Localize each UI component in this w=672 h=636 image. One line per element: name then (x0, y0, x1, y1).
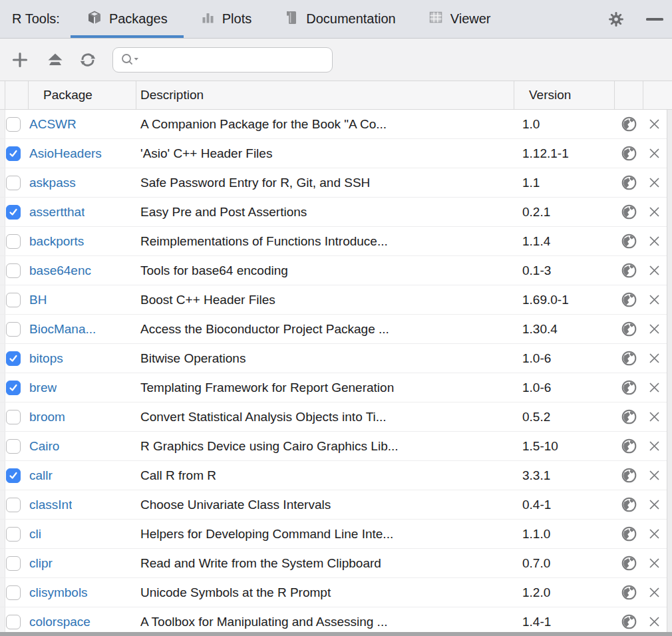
row-gutter (0, 461, 5, 490)
package-checkbox[interactable] (6, 527, 21, 542)
row-gutter (0, 402, 5, 431)
globe-icon[interactable] (621, 584, 637, 601)
close-icon[interactable] (649, 616, 660, 627)
package-checkbox[interactable] (6, 615, 21, 629)
upgrade-icon[interactable] (44, 49, 67, 71)
close-icon[interactable] (649, 323, 660, 335)
package-name-link[interactable]: askpass (29, 176, 76, 190)
globe-icon[interactable] (621, 438, 637, 454)
package-name-link[interactable]: ACSWR (29, 117, 77, 132)
header-description[interactable]: Description (136, 81, 514, 109)
globe-icon[interactable] (621, 291, 637, 308)
package-name-link[interactable]: AsioHeaders (29, 146, 102, 161)
package-checkbox[interactable] (6, 117, 21, 132)
header-package[interactable]: Package (29, 81, 136, 109)
package-name-link[interactable]: Cairo (29, 439, 59, 454)
globe-icon[interactable] (621, 321, 637, 337)
close-icon[interactable] (649, 587, 660, 598)
globe-icon[interactable] (621, 467, 637, 484)
package-checkbox[interactable] (6, 205, 21, 220)
search-input[interactable] (144, 50, 332, 70)
package-name-link[interactable]: broom (29, 410, 65, 424)
close-icon[interactable] (649, 411, 660, 422)
package-checkbox[interactable] (6, 146, 21, 161)
globe-icon[interactable] (621, 204, 637, 220)
minimize-icon[interactable] (645, 10, 664, 29)
package-description: Read and Write from the System Clipboard (136, 549, 514, 577)
package-checkbox[interactable] (6, 293, 21, 307)
globe-icon[interactable] (621, 408, 637, 425)
refresh-icon[interactable] (77, 49, 99, 71)
package-checkbox[interactable] (6, 439, 21, 454)
tab-packages[interactable]: Packages (71, 0, 184, 38)
package-name-link[interactable]: colorspace (29, 615, 90, 629)
close-icon[interactable] (649, 177, 660, 188)
globe-icon[interactable] (621, 116, 637, 132)
header-version[interactable]: Version (514, 81, 615, 109)
globe-icon[interactable] (621, 526, 637, 542)
package-name-link[interactable]: backports (29, 234, 84, 249)
package-version: 0.1-3 (514, 256, 615, 285)
tab-viewer[interactable]: Viewer (412, 0, 507, 38)
globe-icon[interactable] (621, 262, 637, 279)
checkbox-cell (5, 461, 29, 490)
package-name-link[interactable]: BiocMana... (29, 322, 96, 337)
close-icon[interactable] (649, 353, 660, 364)
package-checkbox[interactable] (6, 410, 21, 424)
package-checkbox[interactable] (6, 381, 21, 395)
package-name-link[interactable]: cli (29, 527, 41, 542)
close-icon[interactable] (649, 499, 660, 510)
package-name-link[interactable]: assertthat (29, 205, 84, 220)
package-name-link[interactable]: BH (29, 293, 47, 307)
close-icon[interactable] (649, 118, 660, 130)
package-checkbox[interactable] (6, 322, 21, 337)
close-icon[interactable] (649, 265, 660, 276)
tab-plots[interactable]: Plots (184, 0, 267, 38)
package-checkbox[interactable] (6, 468, 21, 483)
package-name-link[interactable]: callr (29, 468, 53, 483)
globe-icon[interactable] (621, 555, 637, 571)
package-checkbox[interactable] (6, 234, 21, 249)
globe-icon[interactable] (621, 233, 637, 249)
row-gutter (0, 139, 5, 168)
package-checkbox[interactable] (6, 351, 21, 366)
package-name-link[interactable]: clisymbols (29, 585, 88, 600)
close-icon[interactable] (649, 148, 660, 159)
globe-icon[interactable] (621, 350, 637, 367)
globe-icon[interactable] (621, 496, 637, 513)
package-name-link[interactable]: classInt (29, 498, 72, 512)
close-icon[interactable] (649, 557, 660, 569)
globe-icon[interactable] (621, 613, 637, 630)
package-description: Safe Password Entry for R, Git, and SSH (136, 168, 514, 197)
horizontal-scrollbar[interactable] (0, 632, 672, 636)
package-name-link[interactable]: clipr (29, 556, 53, 571)
close-icon[interactable] (649, 206, 660, 218)
package-version: 1.1 (514, 168, 615, 197)
header-globe-col (615, 81, 643, 109)
package-description: A Companion Package for the Book "A Co..… (136, 110, 514, 138)
close-icon[interactable] (649, 236, 660, 247)
package-checkbox[interactable] (6, 176, 21, 190)
gear-icon[interactable] (607, 10, 625, 29)
package-checkbox[interactable] (6, 498, 21, 512)
globe-icon[interactable] (621, 379, 637, 396)
close-icon[interactable] (649, 382, 660, 393)
close-icon[interactable] (649, 528, 660, 540)
package-checkbox[interactable] (6, 556, 21, 571)
close-icon[interactable] (649, 294, 660, 305)
globe-icon[interactable] (621, 174, 637, 191)
tab-label: Plots (222, 11, 252, 27)
globe-icon[interactable] (621, 145, 637, 162)
package-name-link[interactable]: bitops (29, 351, 63, 366)
table-row: assertthat Easy Pre and Post Assertions … (0, 198, 672, 227)
package-checkbox[interactable] (6, 263, 21, 278)
package-name-link[interactable]: base64enc (29, 263, 91, 278)
vertical-scrollbar[interactable] (667, 110, 672, 636)
package-name-link[interactable]: brew (29, 381, 57, 395)
plus-icon[interactable] (9, 49, 31, 71)
package-version: 1.30.4 (514, 315, 615, 343)
close-icon[interactable] (649, 470, 660, 481)
close-icon[interactable] (649, 440, 660, 452)
package-checkbox[interactable] (6, 585, 21, 600)
tab-documentation[interactable]: Documentation (267, 0, 412, 38)
